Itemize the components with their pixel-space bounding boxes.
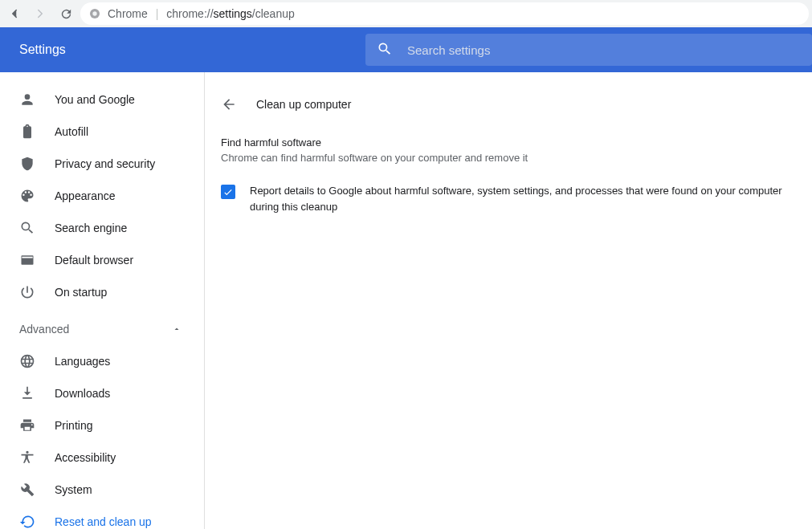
cleanup-section: Find harmful software Chrome can find ha… [221, 120, 812, 215]
sidebar-item-label: You and Google [55, 93, 135, 106]
sidebar-item-label: Languages [55, 355, 110, 368]
site-icon [88, 7, 101, 20]
sidebar-item-printing[interactable]: Printing [0, 409, 204, 442]
sidebar-item-on-startup[interactable]: On startup [0, 276, 204, 308]
back-button[interactable] [221, 96, 237, 112]
download-icon [19, 385, 35, 401]
power-icon [19, 284, 35, 300]
sidebar-item-label: Reset and clean up [55, 515, 152, 528]
sidebar-item-label: Accessibility [55, 451, 116, 464]
sidebar-item-appearance[interactable]: Appearance [0, 180, 204, 212]
sidebar-item-autofill[interactable]: Autofill [0, 116, 204, 148]
main-content: Clean up computer Find harmful software … [205, 72, 812, 529]
nav-forward-button[interactable] [29, 2, 51, 25]
chevron-up-icon [169, 324, 185, 334]
sidebar-item-label: On startup [55, 286, 107, 299]
nav-back-button[interactable] [3, 2, 26, 25]
report-checkbox-label: Report details to Google about harmful s… [250, 183, 812, 215]
sidebar-item-label: System [55, 483, 92, 496]
search-icon [377, 41, 393, 59]
sidebar-item-you-and-google[interactable]: You and Google [0, 83, 204, 116]
sidebar-item-default-browser[interactable]: Default browser [0, 244, 204, 276]
wrench-icon [19, 482, 35, 498]
sidebar-item-reset-cleanup[interactable]: Reset and clean up [0, 506, 204, 529]
sidebar-item-label: Downloads [55, 387, 110, 400]
search-input[interactable] [407, 43, 801, 57]
clipboard-icon [19, 124, 35, 140]
sidebar-item-label: Appearance [55, 189, 116, 202]
sidebar: You and Google Autofill Privacy and secu… [0, 72, 205, 529]
shield-icon [19, 156, 35, 172]
url-prefix: chrome:// [166, 7, 213, 20]
page-title: Clean up computer [256, 98, 351, 111]
report-checkbox-row: Report details to Google about harmful s… [221, 183, 812, 215]
sidebar-item-system[interactable]: System [0, 474, 204, 506]
sidebar-item-label: Printing [55, 419, 92, 432]
url-path: /cleanup [252, 7, 295, 20]
omnibox-text: Chrome | chrome://settings/cleanup [108, 7, 295, 20]
person-icon [19, 92, 35, 108]
globe-icon [19, 353, 35, 369]
sidebar-item-label: Search engine [55, 222, 127, 234]
search-box[interactable] [365, 34, 812, 66]
url-origin: Chrome [108, 7, 148, 20]
body-area: You and Google Autofill Privacy and secu… [0, 72, 812, 529]
sidebar-advanced-label: Advanced [19, 323, 69, 336]
sidebar-item-label: Default browser [55, 254, 133, 267]
sidebar-item-languages[interactable]: Languages [0, 345, 204, 377]
url-host: settings [214, 7, 252, 20]
app-title: Settings [0, 43, 365, 57]
sidebar-item-downloads[interactable]: Downloads [0, 377, 204, 409]
app-header: Settings [0, 27, 812, 72]
browser-icon [19, 252, 35, 268]
page-header: Clean up computer [221, 88, 812, 120]
report-checkbox[interactable] [221, 185, 235, 199]
search-icon [19, 220, 35, 236]
printer-icon [19, 417, 35, 433]
browser-toolbar: Chrome | chrome://settings/cleanup [0, 0, 812, 27]
accessibility-icon [19, 450, 35, 466]
sidebar-item-search-engine[interactable]: Search engine [0, 212, 204, 244]
omnibox[interactable]: Chrome | chrome://settings/cleanup [80, 2, 809, 25]
svg-point-1 [92, 11, 96, 15]
sidebar-item-accessibility[interactable]: Accessibility [0, 442, 204, 474]
sidebar-item-privacy[interactable]: Privacy and security [0, 148, 204, 180]
palette-icon [19, 188, 35, 204]
sidebar-item-label: Autofill [55, 125, 88, 138]
sidebar-advanced-toggle[interactable]: Advanced [0, 313, 204, 345]
reload-button[interactable] [55, 2, 77, 25]
sidebar-item-label: Privacy and security [55, 157, 155, 170]
restore-icon [19, 514, 35, 529]
section-description: Chrome can find harmful software on your… [221, 152, 812, 164]
section-heading: Find harmful software [221, 136, 812, 149]
